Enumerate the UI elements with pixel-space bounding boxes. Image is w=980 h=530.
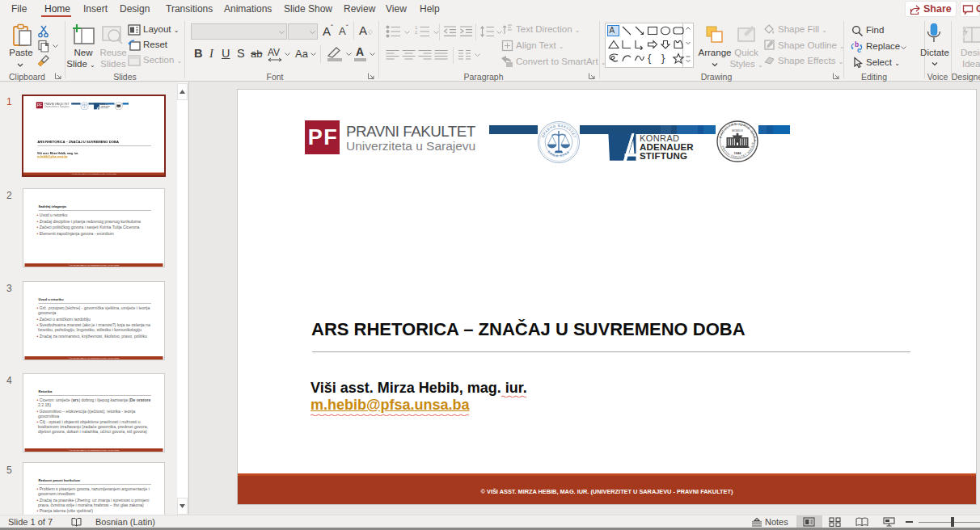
svg-text:2: 2 [415, 30, 418, 35]
svg-text:1946: 1946 [734, 151, 742, 155]
svg-text:MCMXLVI: MCMXLVI [732, 129, 743, 132]
